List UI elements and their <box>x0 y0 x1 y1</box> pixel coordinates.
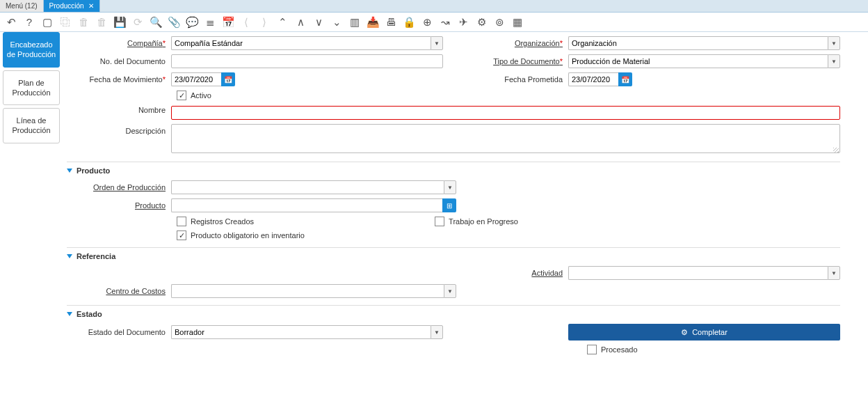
input-compania[interactable] <box>171 36 431 50</box>
dropdown-tipo-documento[interactable]: ▼ <box>828 54 840 68</box>
label-producto-obligatorio: Producto obligatorio en inventario <box>191 231 305 240</box>
copy-icon: ⿻ <box>58 15 72 29</box>
down-icon[interactable]: ∨ <box>312 15 326 29</box>
close-icon[interactable]: ✕ <box>88 2 94 10</box>
nav-first-icon: ⟨ <box>239 15 253 29</box>
label-orden-produccion: Orden de Producción <box>67 183 171 191</box>
detail-icon[interactable]: ⌄ <box>330 15 344 29</box>
label-activo: Activo <box>191 91 211 100</box>
archive-icon[interactable]: 📥 <box>366 15 380 29</box>
completar-label: Completar <box>692 328 728 336</box>
completar-button[interactable]: ⚙ Completar <box>568 324 840 341</box>
checkbox-trabajo-progreso[interactable] <box>435 217 444 226</box>
calendar-icon[interactable]: 📅 <box>618 72 632 86</box>
label-procesado: Procesado <box>601 345 638 354</box>
parent-icon[interactable]: ⌃ <box>275 15 289 29</box>
chat-icon: 💬 <box>185 15 199 29</box>
refresh-icon: ⟳ <box>131 15 145 29</box>
label-fecha-prometida: Fecha Prometida <box>464 75 568 84</box>
label-centro-costos: Centro de Costos <box>67 287 171 295</box>
zoom-icon[interactable]: ⊕ <box>420 15 434 29</box>
label-trabajo-progreso: Trabajo en Progreso <box>449 217 518 226</box>
input-centro-costos[interactable] <box>171 284 444 298</box>
request-icon[interactable]: ✈ <box>456 15 470 29</box>
side-tab-linea[interactable]: Línea de Producción <box>3 108 60 143</box>
label-compania: Compañía* <box>67 39 171 47</box>
window-tabs: Menú (12) Producción ✕ <box>0 0 868 13</box>
process-icon[interactable]: ⚙ <box>474 15 488 29</box>
input-descripcion[interactable] <box>171 124 840 153</box>
input-organizacion[interactable] <box>568 36 828 50</box>
tab-produccion-label: Producción <box>49 2 84 10</box>
grid-icon[interactable]: ≣ <box>203 15 217 29</box>
input-producto[interactable] <box>171 198 442 212</box>
up-icon[interactable]: ∧ <box>294 15 307 29</box>
print-icon[interactable]: 🖶 <box>384 15 398 29</box>
nav-last-icon: ⟩ <box>257 15 271 29</box>
dropdown-organizacion[interactable]: ▼ <box>828 36 840 50</box>
report-icon[interactable]: ▥ <box>348 15 362 29</box>
side-tab-plan[interactable]: Plan de Producción <box>3 70 60 106</box>
toolbar: ↶?▢⿻🗑🗑💾⟳🔍📎💬≣📅⟨⟩⌃∧∨⌄▥📥🖶🔒⊕↝✈⚙⊚▦ <box>0 13 868 32</box>
tab-menu[interactable]: Menú (12) <box>0 0 44 12</box>
dropdown-estado-documento[interactable]: ▼ <box>431 325 443 339</box>
label-actividad: Actividad <box>464 269 568 277</box>
delete-icon: 🗑 <box>77 15 90 29</box>
save-icon[interactable]: 💾 <box>113 15 127 29</box>
label-estado-documento: Estado del Documento <box>67 328 171 336</box>
side-tabs: Encabezado de Producción Plan de Producc… <box>0 32 63 399</box>
dropdown-compania[interactable]: ▼ <box>431 36 443 50</box>
label-registros-creados: Registros Creados <box>191 217 254 226</box>
checkbox-registros-creados[interactable] <box>177 217 186 226</box>
section-title-estado: Estado <box>77 310 102 318</box>
input-orden-produccion[interactable] <box>171 180 444 194</box>
back-arrow-icon[interactable]: ↶ <box>4 15 18 29</box>
delete-all-icon: 🗑 <box>95 15 108 29</box>
input-fecha-prometida[interactable] <box>568 72 618 86</box>
side-tab-encabezado[interactable]: Encabezado de Producción <box>3 32 60 68</box>
section-title-referencia: Referencia <box>77 252 115 260</box>
dropdown-centro-costos[interactable]: ▼ <box>444 284 456 298</box>
section-producto: Producto <box>67 162 840 180</box>
dropdown-orden-produccion[interactable]: ▼ <box>444 180 456 194</box>
find-icon[interactable]: 🔍 <box>149 15 163 29</box>
input-fecha-movimiento[interactable] <box>171 72 221 86</box>
checkbox-producto-obligatorio[interactable] <box>177 230 186 240</box>
dropdown-actividad[interactable]: ▼ <box>828 266 840 280</box>
calendar-icon[interactable]: 📅 <box>221 72 235 86</box>
workflow-icon[interactable]: ↝ <box>438 15 452 29</box>
section-referencia: Referencia <box>67 247 840 266</box>
input-estado-documento[interactable] <box>171 325 431 339</box>
checkbox-procesado[interactable] <box>587 345 597 354</box>
label-nombre: Nombre <box>67 106 171 114</box>
input-actividad[interactable] <box>568 266 828 280</box>
customize-icon[interactable]: ▦ <box>511 15 524 29</box>
gear-icon: ⚙ <box>681 328 688 337</box>
form-content: Compañía* ▼ Organización* ▼ No. del Docu… <box>63 32 868 399</box>
label-descripcion: Descripción <box>67 124 171 135</box>
input-no-documento[interactable] <box>171 54 443 68</box>
input-nombre[interactable] <box>171 106 840 120</box>
collapse-icon[interactable] <box>67 169 72 173</box>
section-title-producto: Producto <box>77 166 110 175</box>
lookup-producto-icon[interactable]: ⊞ <box>442 198 456 212</box>
collapse-icon[interactable] <box>67 254 72 258</box>
calendar-icon[interactable]: 📅 <box>221 15 235 29</box>
collapse-icon[interactable] <box>67 312 72 316</box>
label-organizacion: Organización* <box>464 39 568 47</box>
lock-icon[interactable]: 🔒 <box>402 15 416 29</box>
section-estado: Estado <box>67 305 840 324</box>
info-icon[interactable]: ⊚ <box>492 15 506 29</box>
label-no-documento: No. del Documento <box>67 57 171 65</box>
label-fecha-movimiento: Fecha de Movimiento* <box>67 75 171 84</box>
help-icon[interactable]: ? <box>22 15 36 29</box>
attachment-icon: 📎 <box>167 15 181 29</box>
label-tipo-documento: Tipo de Documento* <box>464 57 568 65</box>
tab-produccion[interactable]: Producción ✕ <box>44 0 100 12</box>
input-tipo-documento[interactable] <box>568 54 828 68</box>
tab-menu-label: Menú (12) <box>6 2 38 10</box>
new-icon[interactable]: ▢ <box>40 15 54 29</box>
label-producto: Producto <box>67 201 171 210</box>
checkbox-activo[interactable] <box>177 91 186 100</box>
